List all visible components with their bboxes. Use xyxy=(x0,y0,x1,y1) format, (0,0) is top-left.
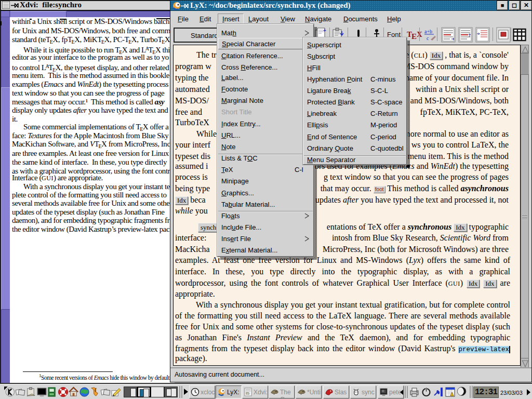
svg-text:49: 49 xyxy=(246,392,250,395)
svg-text:+: + xyxy=(323,28,326,33)
svg-text:TEX: TEX xyxy=(407,30,422,41)
svg-text:a+b: a+b xyxy=(424,29,432,34)
svg-text:c: c xyxy=(427,35,429,41)
